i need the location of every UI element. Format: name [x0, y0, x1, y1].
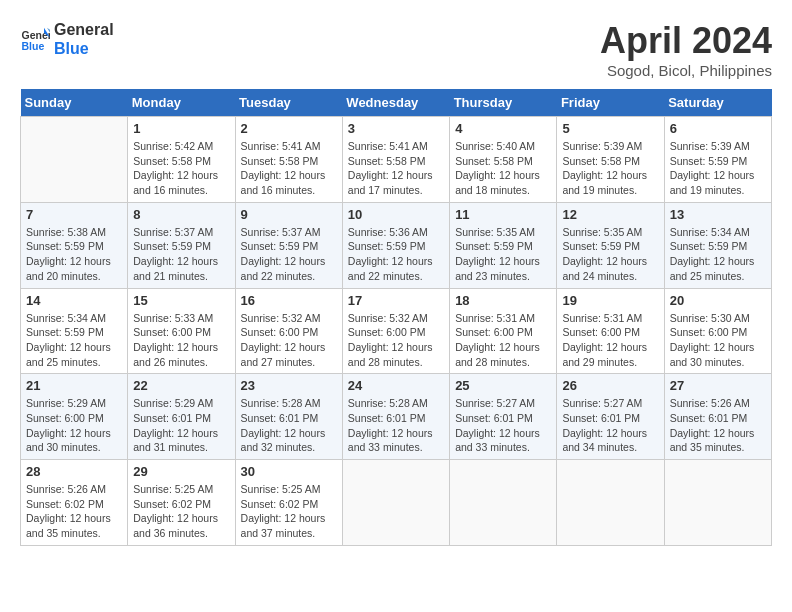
- day-number: 18: [455, 293, 551, 308]
- calendar-cell: 23Sunrise: 5:28 AM Sunset: 6:01 PM Dayli…: [235, 374, 342, 460]
- calendar-cell: 16Sunrise: 5:32 AM Sunset: 6:00 PM Dayli…: [235, 288, 342, 374]
- day-number: 24: [348, 378, 444, 393]
- day-number: 5: [562, 121, 658, 136]
- calendar-cell: 17Sunrise: 5:32 AM Sunset: 6:00 PM Dayli…: [342, 288, 449, 374]
- calendar-cell: [664, 460, 771, 546]
- day-number: 22: [133, 378, 229, 393]
- calendar-cell: 15Sunrise: 5:33 AM Sunset: 6:00 PM Dayli…: [128, 288, 235, 374]
- calendar-cell: 6Sunrise: 5:39 AM Sunset: 5:59 PM Daylig…: [664, 117, 771, 203]
- day-info: Sunrise: 5:27 AM Sunset: 6:01 PM Dayligh…: [455, 396, 551, 455]
- day-info: Sunrise: 5:32 AM Sunset: 6:00 PM Dayligh…: [348, 311, 444, 370]
- calendar-cell: 24Sunrise: 5:28 AM Sunset: 6:01 PM Dayli…: [342, 374, 449, 460]
- day-number: 2: [241, 121, 337, 136]
- calendar-week-row: 28Sunrise: 5:26 AM Sunset: 6:02 PM Dayli…: [21, 460, 772, 546]
- calendar-cell: 30Sunrise: 5:25 AM Sunset: 6:02 PM Dayli…: [235, 460, 342, 546]
- day-info: Sunrise: 5:31 AM Sunset: 6:00 PM Dayligh…: [562, 311, 658, 370]
- day-info: Sunrise: 5:40 AM Sunset: 5:58 PM Dayligh…: [455, 139, 551, 198]
- calendar-cell: [450, 460, 557, 546]
- calendar-cell: 14Sunrise: 5:34 AM Sunset: 5:59 PM Dayli…: [21, 288, 128, 374]
- day-info: Sunrise: 5:33 AM Sunset: 6:00 PM Dayligh…: [133, 311, 229, 370]
- day-info: Sunrise: 5:28 AM Sunset: 6:01 PM Dayligh…: [348, 396, 444, 455]
- day-number: 16: [241, 293, 337, 308]
- calendar-cell: 19Sunrise: 5:31 AM Sunset: 6:00 PM Dayli…: [557, 288, 664, 374]
- calendar-cell: 27Sunrise: 5:26 AM Sunset: 6:01 PM Dayli…: [664, 374, 771, 460]
- day-info: Sunrise: 5:26 AM Sunset: 6:02 PM Dayligh…: [26, 482, 122, 541]
- day-header-monday: Monday: [128, 89, 235, 117]
- day-info: Sunrise: 5:27 AM Sunset: 6:01 PM Dayligh…: [562, 396, 658, 455]
- day-number: 26: [562, 378, 658, 393]
- day-number: 14: [26, 293, 122, 308]
- day-number: 27: [670, 378, 766, 393]
- calendar-cell: 12Sunrise: 5:35 AM Sunset: 5:59 PM Dayli…: [557, 202, 664, 288]
- calendar-cell: 5Sunrise: 5:39 AM Sunset: 5:58 PM Daylig…: [557, 117, 664, 203]
- day-header-wednesday: Wednesday: [342, 89, 449, 117]
- day-number: 1: [133, 121, 229, 136]
- calendar-cell: 7Sunrise: 5:38 AM Sunset: 5:59 PM Daylig…: [21, 202, 128, 288]
- day-header-friday: Friday: [557, 89, 664, 117]
- calendar-cell: 10Sunrise: 5:36 AM Sunset: 5:59 PM Dayli…: [342, 202, 449, 288]
- day-info: Sunrise: 5:38 AM Sunset: 5:59 PM Dayligh…: [26, 225, 122, 284]
- day-number: 28: [26, 464, 122, 479]
- calendar-week-row: 1Sunrise: 5:42 AM Sunset: 5:58 PM Daylig…: [21, 117, 772, 203]
- day-info: Sunrise: 5:39 AM Sunset: 5:58 PM Dayligh…: [562, 139, 658, 198]
- day-info: Sunrise: 5:30 AM Sunset: 6:00 PM Dayligh…: [670, 311, 766, 370]
- calendar-cell: 29Sunrise: 5:25 AM Sunset: 6:02 PM Dayli…: [128, 460, 235, 546]
- day-info: Sunrise: 5:34 AM Sunset: 5:59 PM Dayligh…: [670, 225, 766, 284]
- calendar-cell: [21, 117, 128, 203]
- day-number: 19: [562, 293, 658, 308]
- logo-icon: General Blue: [20, 24, 50, 54]
- day-info: Sunrise: 5:28 AM Sunset: 6:01 PM Dayligh…: [241, 396, 337, 455]
- day-info: Sunrise: 5:35 AM Sunset: 5:59 PM Dayligh…: [562, 225, 658, 284]
- calendar-cell: [557, 460, 664, 546]
- calendar-cell: 18Sunrise: 5:31 AM Sunset: 6:00 PM Dayli…: [450, 288, 557, 374]
- calendar-table: SundayMondayTuesdayWednesdayThursdayFrid…: [20, 89, 772, 546]
- calendar-cell: [342, 460, 449, 546]
- calendar-cell: 28Sunrise: 5:26 AM Sunset: 6:02 PM Dayli…: [21, 460, 128, 546]
- calendar-cell: 8Sunrise: 5:37 AM Sunset: 5:59 PM Daylig…: [128, 202, 235, 288]
- calendar-cell: 20Sunrise: 5:30 AM Sunset: 6:00 PM Dayli…: [664, 288, 771, 374]
- day-number: 6: [670, 121, 766, 136]
- day-number: 13: [670, 207, 766, 222]
- day-number: 7: [26, 207, 122, 222]
- day-number: 17: [348, 293, 444, 308]
- day-number: 21: [26, 378, 122, 393]
- day-info: Sunrise: 5:41 AM Sunset: 5:58 PM Dayligh…: [348, 139, 444, 198]
- location-subtitle: Sogod, Bicol, Philippines: [600, 62, 772, 79]
- day-number: 12: [562, 207, 658, 222]
- calendar-week-row: 14Sunrise: 5:34 AM Sunset: 5:59 PM Dayli…: [21, 288, 772, 374]
- calendar-header-row: SundayMondayTuesdayWednesdayThursdayFrid…: [21, 89, 772, 117]
- day-number: 4: [455, 121, 551, 136]
- day-number: 25: [455, 378, 551, 393]
- day-info: Sunrise: 5:37 AM Sunset: 5:59 PM Dayligh…: [133, 225, 229, 284]
- logo-text-line2: Blue: [54, 39, 114, 58]
- day-info: Sunrise: 5:37 AM Sunset: 5:59 PM Dayligh…: [241, 225, 337, 284]
- day-number: 15: [133, 293, 229, 308]
- day-number: 9: [241, 207, 337, 222]
- day-info: Sunrise: 5:29 AM Sunset: 6:00 PM Dayligh…: [26, 396, 122, 455]
- calendar-cell: 3Sunrise: 5:41 AM Sunset: 5:58 PM Daylig…: [342, 117, 449, 203]
- day-number: 11: [455, 207, 551, 222]
- day-info: Sunrise: 5:34 AM Sunset: 5:59 PM Dayligh…: [26, 311, 122, 370]
- svg-text:Blue: Blue: [22, 40, 45, 52]
- day-number: 29: [133, 464, 229, 479]
- day-header-saturday: Saturday: [664, 89, 771, 117]
- day-number: 23: [241, 378, 337, 393]
- day-info: Sunrise: 5:35 AM Sunset: 5:59 PM Dayligh…: [455, 225, 551, 284]
- calendar-cell: 2Sunrise: 5:41 AM Sunset: 5:58 PM Daylig…: [235, 117, 342, 203]
- calendar-cell: 11Sunrise: 5:35 AM Sunset: 5:59 PM Dayli…: [450, 202, 557, 288]
- day-header-sunday: Sunday: [21, 89, 128, 117]
- day-info: Sunrise: 5:41 AM Sunset: 5:58 PM Dayligh…: [241, 139, 337, 198]
- day-header-thursday: Thursday: [450, 89, 557, 117]
- calendar-cell: 26Sunrise: 5:27 AM Sunset: 6:01 PM Dayli…: [557, 374, 664, 460]
- calendar-week-row: 21Sunrise: 5:29 AM Sunset: 6:00 PM Dayli…: [21, 374, 772, 460]
- calendar-cell: 22Sunrise: 5:29 AM Sunset: 6:01 PM Dayli…: [128, 374, 235, 460]
- calendar-cell: 4Sunrise: 5:40 AM Sunset: 5:58 PM Daylig…: [450, 117, 557, 203]
- calendar-cell: 25Sunrise: 5:27 AM Sunset: 6:01 PM Dayli…: [450, 374, 557, 460]
- day-info: Sunrise: 5:25 AM Sunset: 6:02 PM Dayligh…: [241, 482, 337, 541]
- day-info: Sunrise: 5:42 AM Sunset: 5:58 PM Dayligh…: [133, 139, 229, 198]
- day-number: 3: [348, 121, 444, 136]
- day-number: 20: [670, 293, 766, 308]
- title-area: April 2024 Sogod, Bicol, Philippines: [600, 20, 772, 79]
- day-info: Sunrise: 5:39 AM Sunset: 5:59 PM Dayligh…: [670, 139, 766, 198]
- calendar-cell: 1Sunrise: 5:42 AM Sunset: 5:58 PM Daylig…: [128, 117, 235, 203]
